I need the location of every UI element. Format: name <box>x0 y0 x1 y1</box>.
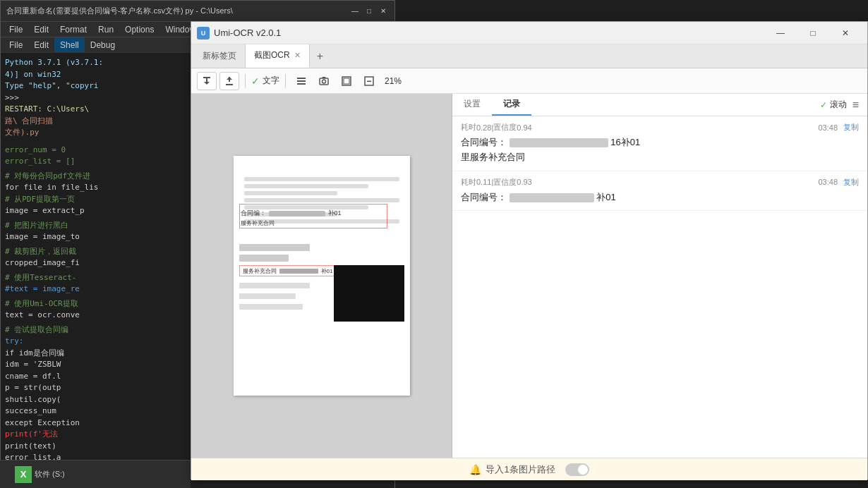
tab-settings[interactable]: 设置 <box>452 94 492 116</box>
umi-main: 合同编： 补01 服务补充合同 服务补充合同 补01 <box>191 94 867 458</box>
preview-lower-line <box>239 283 310 288</box>
tab-records-label: 记录 <box>503 98 520 110</box>
python-titlebar: 合同重新命名(需要提供合同编号-客户名称.csv文件) py - C:\User… <box>1 1 394 22</box>
python-window-title: 合同重新命名(需要提供合同编号-客户名称.csv文件) py - C:\User… <box>6 6 349 16</box>
maximize-button[interactable]: □ <box>363 6 375 17</box>
tab-add-button[interactable]: + <box>310 44 330 68</box>
copy-button[interactable]: 复制 <box>843 122 859 133</box>
list-view-button[interactable] <box>291 72 311 90</box>
fullscreen-icon <box>342 76 351 86</box>
scroll-toggle[interactable]: ✓ 滚动 ≡ <box>820 94 867 116</box>
results-menu-icon[interactable]: ≡ <box>850 99 862 111</box>
result-timestamp: 03:48 <box>818 123 838 132</box>
result-text: 合同编号： 16补01 里服务补充合同 <box>461 135 859 165</box>
preview-line <box>244 198 399 202</box>
blurred-value <box>510 138 608 147</box>
tab-records[interactable]: 记录 <box>492 94 531 116</box>
sub-menu-shell[interactable]: Shell <box>54 37 85 52</box>
zoom-out-icon <box>364 76 374 86</box>
excel-icon: X <box>15 466 32 483</box>
minimize-button[interactable]: — <box>349 6 361 17</box>
check-icon: ✓ <box>251 75 260 87</box>
export-button[interactable] <box>219 72 239 90</box>
contract-label: 合同编号： <box>461 137 507 147</box>
result-meta: 耗时 0.11 | 置信度 0.93 03:48 复制 <box>461 177 859 188</box>
umi-minimize-button[interactable]: — <box>764 22 797 44</box>
menu-options[interactable]: Options <box>119 22 159 37</box>
export-icon <box>224 76 234 86</box>
svg-rect-7 <box>297 80 306 82</box>
ocr-mid-blurred <box>279 269 318 274</box>
sub-menu-debug[interactable]: Debug <box>85 37 121 52</box>
menu-format[interactable]: Format <box>54 22 92 37</box>
toolbar-sep-1 <box>245 74 246 88</box>
list-icon <box>296 76 306 86</box>
sub-menu-file[interactable]: File <box>4 37 28 52</box>
meta-置信度-label: 置信度 <box>493 122 517 133</box>
results-list[interactable]: 耗时 0.28 | 置信度 0.94 03:48 复制 合同编号： 16补01 <box>452 116 867 458</box>
fullscreen-button[interactable] <box>337 72 356 90</box>
zoom-out-button[interactable] <box>359 72 379 90</box>
svg-rect-6 <box>297 78 306 79</box>
umi-maximize-button[interactable]: □ <box>797 22 829 44</box>
umi-toolbar: ✓ 文字 <box>191 68 867 94</box>
meta-耗时-value: 0.28 <box>476 123 491 132</box>
tab-settings-label: 设置 <box>464 98 481 110</box>
menu-edit[interactable]: Edit <box>28 22 54 37</box>
text-toggle-label: 文字 <box>263 75 279 87</box>
ocr-black-region <box>334 265 404 322</box>
text-toggle[interactable]: ✓ 文字 <box>251 75 279 87</box>
meta-耗时-label: 耗时 <box>461 122 476 133</box>
svg-rect-8 <box>297 83 306 85</box>
zoom-percent: 21% <box>382 76 404 86</box>
preview-lower-line-3 <box>239 304 303 310</box>
tab-screenshot-ocr-label: 截图OCR <box>254 49 290 61</box>
preview-line <box>244 184 368 188</box>
svg-point-10 <box>323 80 326 83</box>
bottom-toggle[interactable] <box>565 463 589 476</box>
camera-button[interactable] <box>314 72 334 90</box>
tab-close-icon[interactable]: ✕ <box>294 51 301 60</box>
python-win-controls: — □ ✕ <box>349 6 389 17</box>
menu-file[interactable]: File <box>4 22 28 37</box>
menu-run[interactable]: Run <box>92 22 119 37</box>
results-tabs: 设置 记录 ✓ 滚动 ≡ <box>452 94 867 116</box>
svg-marker-11 <box>322 77 326 78</box>
blurred-value-2 <box>510 193 594 202</box>
taskbar: X 软件 (S:) <box>0 460 191 488</box>
ocr-detection-box-top <box>239 204 387 228</box>
ocr-mid-suffix: 补01 <box>321 267 333 275</box>
sub-menu-edit[interactable]: Edit <box>28 37 54 52</box>
svg-rect-0 <box>203 77 210 78</box>
import-button[interactable] <box>197 72 217 90</box>
preview-panel[interactable]: 合同编： 补01 服务补充合同 服务补充合同 补01 <box>191 94 452 458</box>
umi-close-button[interactable]: ✕ <box>829 22 862 44</box>
svg-rect-5 <box>226 84 233 85</box>
close-button[interactable]: ✕ <box>378 6 389 17</box>
preview-mid-line-2 <box>239 255 289 262</box>
result-text-2: 合同编号： 补01 <box>461 190 859 205</box>
umi-window-title: Umi-OCR v2.0.1 <box>214 28 764 38</box>
tab-new-page[interactable]: 新标签页 <box>194 44 246 68</box>
contract-type: 里服务补充合同 <box>461 152 525 162</box>
contract-suffix: 16补01 <box>610 137 640 147</box>
svg-rect-15 <box>367 80 371 82</box>
umi-tabbar: 新标签页 截图OCR ✕ + <box>191 44 867 68</box>
result-meta: 耗时 0.28 | 置信度 0.94 03:48 复制 <box>461 122 859 133</box>
results-panel: 设置 记录 ✓ 滚动 ≡ 耗时 0.28 | <box>452 94 867 458</box>
toolbar-sep-2 <box>285 74 286 88</box>
copy-button-2[interactable]: 复制 <box>843 177 859 188</box>
contract-label-2: 合同编号： <box>461 192 507 202</box>
import-icon <box>202 76 212 86</box>
preview-mid-line <box>239 244 310 251</box>
preview-line <box>244 191 337 195</box>
preview-line <box>244 177 399 181</box>
scroll-check-icon: ✓ <box>820 100 827 110</box>
svg-marker-2 <box>204 82 210 85</box>
umi-logo: U <box>197 27 210 39</box>
tab-screenshot-ocr[interactable]: 截图OCR ✕ <box>246 44 310 68</box>
taskbar-item-label: 软件 (S:) <box>35 469 65 480</box>
taskbar-excel-item[interactable]: X 软件 (S:) <box>6 463 74 487</box>
meta-耗时-value-2: 0.11 <box>476 178 491 186</box>
scroll-label: 滚动 <box>830 99 847 111</box>
